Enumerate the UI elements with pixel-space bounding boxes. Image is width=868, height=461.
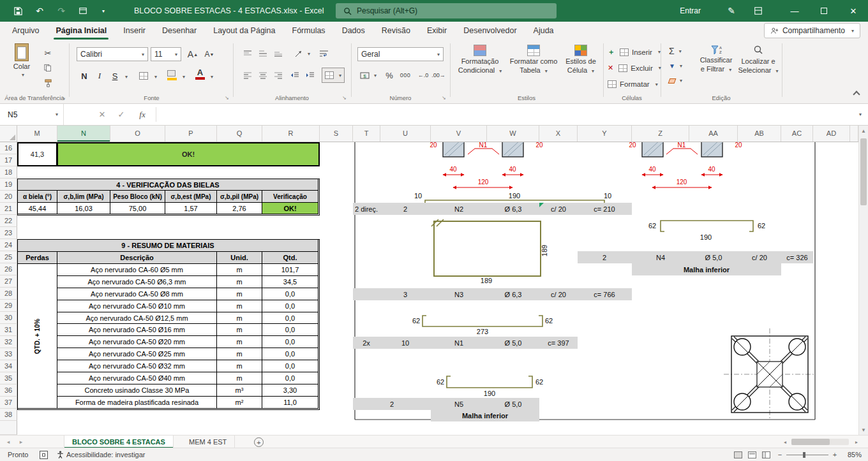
increase-decimal-icon[interactable]: ←.0	[416, 69, 430, 82]
n3-schedule-row[interactable]	[353, 288, 632, 300]
decrease-decimal-icon[interactable]: .00→	[431, 69, 445, 82]
n4-schedule-row[interactable]	[578, 251, 813, 263]
view-pagebreak-icon[interactable]	[762, 451, 770, 458]
align-right-icon[interactable]	[272, 69, 285, 82]
col-header-O[interactable]: O	[110, 126, 165, 142]
cell-styles-button[interactable]: Estilos de Célula ▾	[560, 45, 601, 75]
search-box[interactable]: Pesquisar (Alt+G)	[336, 3, 557, 18]
font-dialog-launcher-icon[interactable]: ↘	[225, 95, 229, 101]
font-name-combo[interactable]: Calibri▾	[77, 47, 148, 61]
tab-inserir[interactable]: Inserir	[115, 22, 154, 40]
accessibility-status[interactable]: Acessibilidade: investigar	[66, 451, 146, 458]
hscroll-left-icon[interactable]: ◂	[780, 437, 790, 447]
expand-formula-bar-icon[interactable]: ▾	[859, 112, 862, 117]
signin-button[interactable]: Entrar	[672, 0, 708, 22]
increase-indent-icon[interactable]	[304, 69, 317, 82]
col-header-Z[interactable]: Z	[632, 126, 689, 142]
comma-style-button[interactable]: 000	[397, 69, 414, 82]
confirm-entry-icon[interactable]: ✓	[114, 104, 129, 125]
font-color-caret-icon[interactable]: ▾	[211, 74, 213, 80]
zoom-level[interactable]: 85%	[848, 451, 862, 458]
redo-icon[interactable]: ↷	[52, 0, 70, 22]
tab-dados[interactable]: Dados	[334, 22, 373, 40]
zoom-slider-thumb[interactable]	[803, 452, 805, 458]
col-header-AD[interactable]: AD	[813, 126, 850, 142]
undo-icon[interactable]: ↶	[31, 0, 49, 22]
collapse-ribbon-icon[interactable]	[853, 91, 860, 98]
underline-caret-icon[interactable]: ▾	[125, 74, 128, 80]
col-header-T[interactable]: T	[353, 126, 380, 142]
share-button[interactable]: Compartilhamento ▾	[764, 23, 860, 38]
number-format-combo[interactable]: Geral▾	[357, 47, 444, 61]
vertical-scrollbar[interactable]: ▲ ▼	[858, 126, 868, 435]
align-middle-icon[interactable]	[257, 47, 269, 60]
tab-formulas[interactable]: Fórmulas	[284, 22, 334, 40]
new-sheet-button[interactable]: +	[254, 437, 264, 447]
percent-style-button[interactable]: %	[383, 69, 396, 82]
col-header-M[interactable]: M	[17, 126, 57, 142]
ribbon-display-icon[interactable]	[749, 0, 767, 22]
alignment-dialog-launcher-icon[interactable]: ↘	[342, 95, 347, 101]
scroll-up-icon[interactable]: ▲	[859, 126, 868, 136]
horizontal-scroll-thumb[interactable]	[791, 439, 830, 445]
close-button[interactable]: ✕	[839, 0, 868, 22]
bold-button[interactable]: N	[78, 69, 91, 83]
delete-cells-button[interactable]: ✕Excluir▾	[608, 64, 661, 72]
align-bottom-icon[interactable]	[272, 47, 285, 60]
zoom-in-icon[interactable]: +	[830, 449, 840, 460]
quick-access-caret-icon[interactable]: ▾	[94, 0, 112, 22]
col-header-Y[interactable]: Y	[578, 126, 632, 142]
maximize-button[interactable]	[809, 0, 839, 22]
col-header-R[interactable]: R	[262, 126, 320, 142]
col-header-AA[interactable]: AA	[689, 126, 738, 142]
macro-record-icon[interactable]	[40, 451, 48, 459]
font-size-combo[interactable]: 11▾	[151, 47, 181, 61]
orientation-caret-icon[interactable]: ▾	[308, 51, 310, 57]
number-dialog-launcher-icon[interactable]: ↘	[442, 95, 446, 101]
name-box[interactable]: N5 ▾	[0, 104, 64, 125]
insert-function-icon[interactable]: fx	[134, 104, 151, 125]
tab-revisao[interactable]: Revisão	[373, 22, 419, 40]
quick-toolbar-icon[interactable]	[74, 0, 92, 22]
rebar-drawing[interactable]: 20 N1 20 20 N1 20 40 40 40 40 120 120 10…	[0, 142, 858, 435]
find-select-button[interactable]: Localizar e Selecionar ▾	[738, 45, 779, 75]
view-layout-icon[interactable]	[748, 451, 756, 458]
save-icon[interactable]	[9, 0, 27, 22]
shrink-font-button[interactable]: A▼	[202, 47, 217, 61]
view-normal-icon[interactable]	[734, 451, 742, 458]
clear-button[interactable]: ▾	[669, 78, 682, 84]
format-cells-button[interactable]: Formatar▾	[608, 80, 658, 88]
cancel-entry-icon[interactable]: ✕	[94, 104, 110, 125]
fill-button[interactable]: ▼▾	[669, 62, 682, 70]
vertical-scroll-thumb[interactable]	[860, 138, 867, 205]
cut-icon[interactable]: ✂	[41, 48, 55, 58]
col-header-P[interactable]: P	[165, 126, 217, 142]
accounting-format-icon[interactable]: $	[357, 69, 371, 82]
tab-desenvolvedor[interactable]: Desenvolvedor	[455, 22, 525, 40]
n1-schedule-row[interactable]	[353, 337, 578, 349]
minimize-button[interactable]: —	[780, 0, 809, 22]
zoom-slider-track[interactable]	[786, 455, 828, 455]
col-header-X[interactable]: X	[539, 126, 578, 142]
merge-center-button[interactable]: ▾	[322, 68, 345, 83]
zoom-out-icon[interactable]: −	[775, 449, 785, 460]
select-all-corner[interactable]	[0, 126, 17, 142]
tab-layout[interactable]: Layout da Página	[205, 22, 283, 40]
col-header-S[interactable]: S	[320, 126, 353, 142]
n2-schedule-row[interactable]	[353, 203, 632, 215]
col-header-AB[interactable]: AB	[738, 126, 781, 142]
sheet-nav-left-icon[interactable]: ◂	[3, 435, 14, 448]
align-top-icon[interactable]	[241, 47, 254, 60]
conditional-formatting-button[interactable]: Formatação Condicional ▾	[454, 45, 505, 75]
col-header-W[interactable]: W	[487, 126, 539, 142]
tab-exibir[interactable]: Exibir	[419, 22, 455, 40]
italic-button[interactable]: I	[93, 69, 106, 83]
insert-cells-button[interactable]: ＋Inserir▾	[608, 47, 661, 57]
draw-pen-icon[interactable]: ✎	[722, 0, 740, 22]
formula-input[interactable]	[160, 104, 849, 125]
fill-color-caret-icon[interactable]: ▾	[183, 74, 185, 80]
tab-ajuda[interactable]: Ajuda	[525, 22, 562, 40]
col-header-Q[interactable]: Q	[217, 126, 262, 142]
sheet-nav-right-icon[interactable]: ▸	[15, 435, 27, 448]
align-center-icon[interactable]	[257, 69, 269, 82]
